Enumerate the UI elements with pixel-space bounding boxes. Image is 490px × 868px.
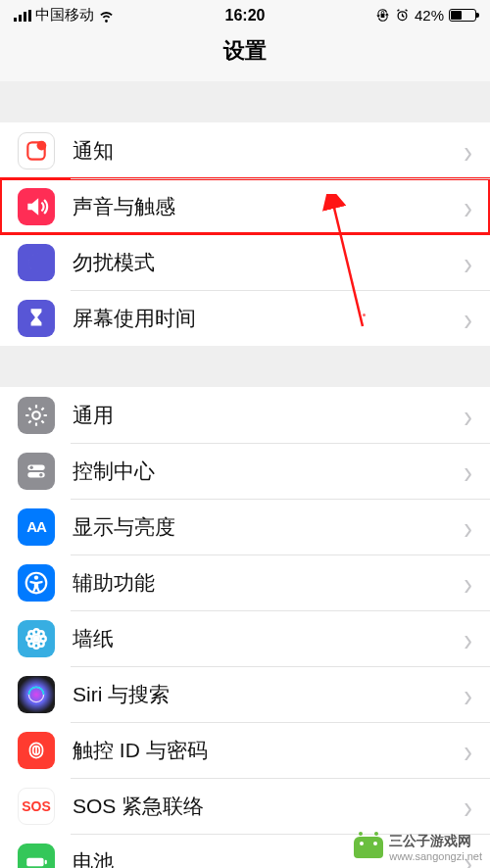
row-control-center[interactable]: 控制中心 › <box>0 443 490 499</box>
svg-point-18 <box>28 641 33 646</box>
row-dnd[interactable]: 勿扰模式 › <box>0 234 490 290</box>
row-notifications[interactable]: 通知 › <box>0 122 490 178</box>
chevron-right-icon: › <box>464 734 472 767</box>
row-label: 触控 ID 与密码 <box>73 737 464 764</box>
row-accessibility[interactable]: 辅助功能 › <box>0 555 490 610</box>
row-general[interactable]: 通用 › <box>0 387 490 443</box>
row-wallpaper[interactable]: 墙纸 › <box>0 610 490 666</box>
watermark-logo-icon <box>354 837 383 858</box>
row-label: 辅助功能 <box>73 569 464 597</box>
row-sos[interactable]: SOS SOS 紧急联络 › <box>0 778 490 834</box>
row-display[interactable]: AA 显示与亮度 › <box>0 499 490 555</box>
svg-point-17 <box>38 631 43 636</box>
row-label: 控制中心 <box>73 458 464 485</box>
moon-icon <box>18 244 55 281</box>
siri-icon <box>18 676 55 713</box>
wifi-icon <box>98 7 115 24</box>
chevron-right-icon: › <box>464 302 472 335</box>
status-bar: 中国移动 16:20 42% <box>0 0 490 26</box>
row-label: 墙纸 <box>73 625 464 652</box>
watermark: 三公子游戏网 www.sangongzi.net <box>354 833 482 862</box>
chevron-right-icon: › <box>464 678 472 711</box>
row-label: SOS 紧急联络 <box>73 793 464 820</box>
svg-point-3 <box>37 140 47 150</box>
carrier-label: 中国移动 <box>35 6 94 24</box>
row-sounds[interactable]: 声音与触感 › <box>0 178 490 234</box>
svg-rect-22 <box>45 859 47 863</box>
switches-icon <box>18 453 55 490</box>
status-right: 42% <box>375 7 476 24</box>
row-screentime[interactable]: 屏幕使用时间 › <box>0 290 490 346</box>
chevron-right-icon: › <box>464 455 472 488</box>
svg-point-6 <box>29 465 32 468</box>
svg-point-19 <box>38 641 43 646</box>
chevron-right-icon: › <box>464 622 472 655</box>
row-label: 勿扰模式 <box>73 249 464 276</box>
fingerprint-icon <box>18 732 55 769</box>
status-time: 16:20 <box>225 7 266 24</box>
row-label: 屏幕使用时间 <box>73 305 464 332</box>
row-label: Siri 与搜索 <box>73 681 464 708</box>
row-touchid[interactable]: 触控 ID 与密码 › <box>0 722 490 778</box>
chevron-right-icon: › <box>464 134 472 168</box>
svg-rect-21 <box>26 857 43 866</box>
svg-rect-0 <box>381 14 385 18</box>
gear-icon <box>18 397 55 434</box>
watermark-url: www.sangongzi.net <box>389 850 482 862</box>
svg-point-16 <box>28 631 33 636</box>
settings-group-2: 通用 › 控制中心 › AA 显示与亮度 › 辅助功能 › 墙纸 › Siri … <box>0 387 490 868</box>
row-label: 声音与触感 <box>73 193 464 220</box>
alarm-icon <box>395 8 410 23</box>
row-siri[interactable]: Siri 与搜索 › <box>0 666 490 722</box>
aa-icon: AA <box>18 508 55 546</box>
accessibility-icon <box>18 564 55 602</box>
battery-icon <box>449 9 476 22</box>
svg-point-8 <box>39 473 42 476</box>
battery-icon <box>18 844 55 869</box>
row-label: 显示与亮度 <box>73 513 464 541</box>
row-label: 通知 <box>73 137 464 165</box>
status-left: 中国移动 <box>14 6 115 24</box>
sound-icon <box>18 188 55 225</box>
settings-group-1: 通知 › 声音与触感 › 勿扰模式 › 屏幕使用时间 › <box>0 122 490 346</box>
chevron-right-icon: › <box>464 190 472 223</box>
signal-bars-icon <box>14 10 31 22</box>
watermark-text: 三公子游戏网 <box>389 833 482 850</box>
page-title: 设置 <box>0 26 490 81</box>
hourglass-icon <box>18 300 55 337</box>
row-label: 通用 <box>73 402 464 429</box>
lock-rotation-icon <box>375 8 390 23</box>
battery-pct: 42% <box>415 7 444 24</box>
chevron-right-icon: › <box>464 246 472 279</box>
notification-icon <box>18 132 55 169</box>
chevron-right-icon: › <box>464 510 472 544</box>
flower-icon <box>18 620 55 657</box>
svg-point-10 <box>34 575 38 579</box>
chevron-right-icon: › <box>464 566 472 600</box>
chevron-right-icon: › <box>464 399 472 432</box>
sos-icon: SOS <box>18 788 55 825</box>
svg-point-4 <box>32 411 40 419</box>
chevron-right-icon: › <box>464 790 472 823</box>
